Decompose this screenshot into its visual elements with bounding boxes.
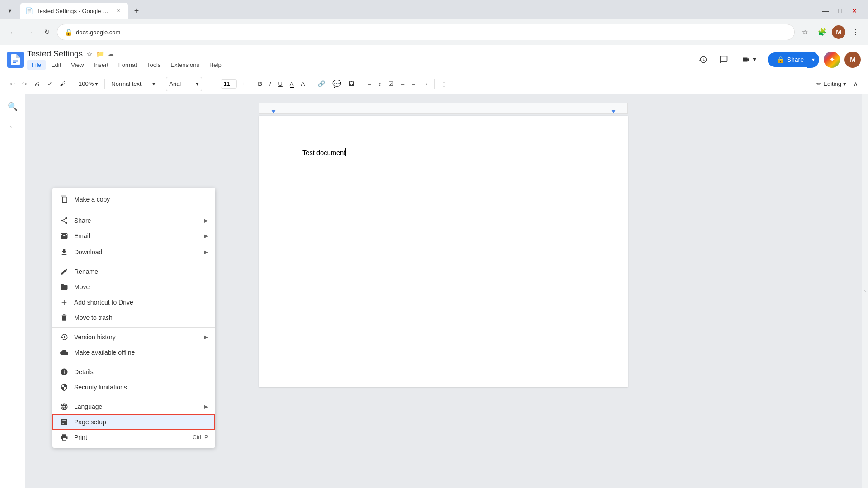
font-size-value: 11 xyxy=(224,80,230,87)
extensions-button[interactable]: 🧩 xyxy=(815,25,829,39)
checklist-button[interactable]: ☑ xyxy=(386,77,396,91)
print-button[interactable]: 🖨 xyxy=(32,77,43,91)
menu-item-move[interactable]: Move xyxy=(52,279,215,295)
collapse-toolbar-button[interactable]: ∧ xyxy=(851,77,861,91)
share-dropdown-button[interactable]: ▾ xyxy=(807,52,819,68)
meet-label: ▼ xyxy=(752,56,758,63)
share-arrow-icon: ▶ xyxy=(204,217,208,224)
bullet-list-button[interactable]: ≡ xyxy=(398,77,407,91)
font-selector[interactable]: Arial ▾ xyxy=(166,77,202,91)
decrease-font-button[interactable]: − xyxy=(210,77,219,91)
docs-app: Tested Settings ☆ 📁 ☁ File Edit View Ins… xyxy=(0,45,868,488)
menu-item-make-a-copy[interactable]: Make a copy xyxy=(52,192,215,207)
address-bar[interactable]: 🔒 docs.google.com xyxy=(57,24,795,40)
menu-item-download[interactable]: Download ▶ xyxy=(52,244,215,260)
profile-selector-button[interactable]: ▼ xyxy=(4,5,16,17)
bold-button[interactable]: B xyxy=(255,77,264,91)
italic-button[interactable]: I xyxy=(267,77,274,91)
menu-item-move-to-trash[interactable]: Move to trash xyxy=(52,310,215,325)
menu-item-security-limitations[interactable]: Security limitations xyxy=(52,380,215,395)
increase-font-button[interactable]: + xyxy=(239,77,248,91)
divider-5 xyxy=(52,397,215,397)
sidebar-collapse-button[interactable]: ← xyxy=(4,117,22,136)
close-window-button[interactable]: ✕ xyxy=(848,5,861,17)
undo-button[interactable]: ↩ xyxy=(7,77,18,91)
share-button[interactable]: 🔒 Share xyxy=(768,52,809,67)
menu-edit[interactable]: Edit xyxy=(47,60,66,70)
browser-chrome: ▼ 📄 Tested Settings - Google Docs × + — … xyxy=(0,0,868,45)
menu-view[interactable]: View xyxy=(66,60,88,70)
highlight-button[interactable]: A xyxy=(298,77,308,91)
right-panel-toggle[interactable]: › xyxy=(862,94,868,488)
editing-mode-button[interactable]: ✏ Editing ▾ xyxy=(814,77,849,91)
tab-close-button[interactable]: × xyxy=(114,6,123,15)
more-formatting-button[interactable]: ⋮ xyxy=(439,77,450,91)
menu-item-email[interactable]: Email ▶ xyxy=(52,228,215,244)
chrome-menu-button[interactable]: ⋮ xyxy=(848,25,863,39)
doc-title[interactable]: Tested Settings xyxy=(27,49,83,59)
text-cursor xyxy=(345,148,346,156)
comments-icon-button[interactable] xyxy=(716,52,732,68)
docs-sidebar: 🔍 ← xyxy=(0,94,25,488)
menu-format[interactable]: Format xyxy=(114,60,142,70)
reload-button[interactable]: ↻ xyxy=(40,25,54,39)
maximize-button[interactable]: □ xyxy=(834,5,846,17)
back-button[interactable]: ← xyxy=(5,25,20,39)
text-color-button[interactable]: A xyxy=(287,77,297,91)
menu-item-details[interactable]: Details xyxy=(52,364,215,380)
document-text: Test document xyxy=(302,149,345,156)
email-arrow-icon: ▶ xyxy=(204,233,208,239)
menu-extensions[interactable]: Extensions xyxy=(166,60,204,70)
link-button[interactable]: 🔗 xyxy=(315,77,328,91)
gemini-button[interactable]: ✦ xyxy=(824,52,840,68)
comment-button[interactable]: 💬 xyxy=(330,77,344,91)
menu-item-version-history[interactable]: Version history ▶ xyxy=(52,329,215,345)
indent-button[interactable]: → xyxy=(420,77,431,91)
zoom-selector[interactable]: 100% ▾ xyxy=(76,77,101,91)
menu-tools[interactable]: Tools xyxy=(142,60,165,70)
menu-item-print[interactable]: Print Ctrl+P xyxy=(52,430,215,445)
menu-item-page-setup[interactable]: Page setup xyxy=(52,414,215,430)
version-history-icon-button[interactable] xyxy=(695,52,711,68)
menu-insert[interactable]: Insert xyxy=(89,60,113,70)
minimize-button[interactable]: — xyxy=(819,5,832,17)
editing-dropdown-icon: ▾ xyxy=(843,80,846,87)
cloud-save-icon[interactable]: ☁ xyxy=(108,50,114,57)
bookmark-button[interactable]: ☆ xyxy=(797,25,812,39)
chrome-profile-avatar[interactable]: M xyxy=(832,25,845,39)
rename-icon xyxy=(60,267,69,276)
menu-item-language[interactable]: Language ▶ xyxy=(52,399,215,414)
move-label: Move xyxy=(74,283,208,291)
spell-check-button[interactable]: ✓ xyxy=(45,77,55,91)
underline-button[interactable]: U xyxy=(275,77,285,91)
menu-item-make-offline[interactable]: Make available offline xyxy=(52,345,215,360)
share-menu-label: Share xyxy=(74,217,198,224)
move-icon xyxy=(60,283,69,291)
docs-menu-bar: File Edit View Insert Format Tools Exten… xyxy=(27,60,226,70)
sidebar-search-button[interactable]: 🔍 xyxy=(4,98,22,116)
share-label: Share xyxy=(787,56,804,63)
page-setup-label: Page setup xyxy=(74,418,208,426)
browser-tab-active[interactable]: 📄 Tested Settings - Google Docs × xyxy=(20,3,128,19)
image-button[interactable]: 🖼 xyxy=(346,77,357,91)
user-avatar[interactable]: M xyxy=(844,52,861,68)
rename-label: Rename xyxy=(74,268,208,275)
star-icon[interactable]: ☆ xyxy=(86,50,93,58)
menu-item-add-shortcut[interactable]: Add shortcut to Drive xyxy=(52,295,215,310)
menu-help[interactable]: Help xyxy=(205,60,226,70)
menu-item-share[interactable]: Share ▶ xyxy=(52,213,215,228)
page-content[interactable]: Test document xyxy=(302,148,585,156)
number-list-button[interactable]: ≡ xyxy=(409,77,418,91)
paint-format-button[interactable]: 🖌 xyxy=(57,77,68,91)
align-button[interactable]: ≡ xyxy=(365,77,374,91)
text-style-selector[interactable]: Normal text ▾ xyxy=(108,77,158,91)
meet-call-button[interactable]: ▼ xyxy=(736,53,763,66)
forward-button[interactable]: → xyxy=(23,25,37,39)
folder-icon[interactable]: 📁 xyxy=(96,50,104,57)
menu-file[interactable]: File xyxy=(27,60,46,70)
redo-button[interactable]: ↪ xyxy=(19,77,30,91)
line-spacing-button[interactable]: ↕ xyxy=(376,77,384,91)
menu-item-rename[interactable]: Rename xyxy=(52,264,215,279)
language-arrow-icon: ▶ xyxy=(204,404,208,410)
new-tab-button[interactable]: + xyxy=(130,5,143,17)
